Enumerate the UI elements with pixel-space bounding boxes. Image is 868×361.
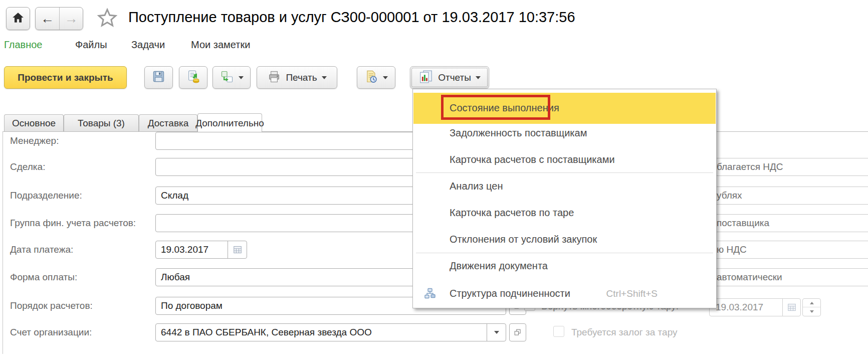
clipped-field-nds[interactable]: благается НДС [703,158,868,176]
return-tare-calendar-button[interactable] [782,299,800,316]
field-label-manager: Менеджер: [10,135,59,146]
field-label-sdelka: Сделка: [10,161,45,172]
home-button[interactable] [6,7,30,30]
org-account-open-button[interactable] [509,323,526,341]
tab-dopolnitelno[interactable]: Дополнительно [197,113,262,132]
reports-dropdown-menu: Состояние выполнения Задолженность поста… [412,89,717,308]
post-document-button[interactable] [179,66,207,89]
chevron-down-icon [322,76,327,79]
tab-dostavka[interactable]: Доставка [139,114,197,131]
favorite-star-button[interactable] [96,7,118,31]
payment-date-input[interactable]: 19.03.2017 [155,241,247,259]
menu-item-tare-card[interactable]: Карточка расчетов по таре [450,207,574,219]
return-tare-date-input[interactable]: 19.03.2017 [709,298,801,316]
field-label-schet: Счет организации: [10,327,92,338]
field-label-data-platezha: Дата платежа: [10,244,73,255]
nav-item-glavnoe[interactable]: Главное [4,39,42,51]
clipped-field-automatically[interactable]: автоматически [703,268,868,286]
create-based-on-button[interactable] [212,66,251,89]
chevron-down-icon [476,76,481,79]
tare-deposit-checkbox[interactable] [553,326,564,337]
nav-item-zadachi[interactable]: Задачи [131,39,165,51]
reports-button[interactable]: Отчеты [410,66,489,89]
org-account-dropdown-button[interactable] [487,324,506,341]
page-title: Поступление товаров и услуг СЗ00-000001 … [128,9,575,26]
tab-osnovnoe[interactable]: Основное [4,114,64,131]
nav-item-faily[interactable]: Файлы [75,39,107,51]
spinner-up-button[interactable] [803,299,820,307]
forward-button[interactable]: → [60,8,83,30]
reports-chart-icon [418,69,433,86]
menu-item-document-movements[interactable]: Движения документа [450,260,548,272]
annotation-red-box [441,95,550,120]
post-and-close-button[interactable]: Провести и закрыть [4,66,127,89]
open-icon [514,328,522,336]
field-label-poryadok: Порядок расчетов: [10,300,93,311]
menu-item-supplier-card[interactable]: Карточка расчетов с поставщиками [450,154,615,165]
post-document-icon [186,70,200,86]
document-clock-icon [364,70,378,86]
calendar-button[interactable] [228,241,247,258]
save-icon [152,70,165,85]
menu-item-purchase-deviation[interactable]: Отклонения от условий закупок [450,234,597,245]
history-nav-group: ← → [35,7,83,30]
menu-item-supplier-debt[interactable]: Задолженность поставщикам [450,127,587,139]
menu-separator [416,172,713,173]
save-button[interactable] [144,66,173,89]
calendar-icon [787,303,796,311]
calendar-icon [233,246,242,254]
back-arrow-icon: ← [41,12,54,26]
tare-deposit-label: Требуется залог за тару [571,327,678,338]
star-icon [96,22,118,31]
clipped-field-supplier[interactable]: поставщика [703,214,868,232]
field-label-gruppa: Группа фин. учета расчетов: [10,218,136,229]
menu-separator [416,253,713,253]
chevron-down-icon [239,76,244,79]
return-tare-date-spinner[interactable] [802,298,821,316]
field-label-podrazdelenie: Подразделение: [10,190,82,201]
tab-tovary[interactable]: Товары (3) [64,114,139,131]
edo-button[interactable] [357,66,395,89]
field-label-forma-oplaty: Форма оплаты: [10,272,77,283]
chevron-down-icon [494,331,499,334]
nav-item-moi-zametki[interactable]: Мои заметки [191,39,250,51]
menu-shortcut: Ctrl+Shift+S [606,288,658,299]
spinner-up-icon [810,302,814,304]
spinner-down-icon [810,310,814,313]
spinner-down-button[interactable] [803,307,820,316]
clipped-field-nds-sum[interactable]: ю НДС [703,241,868,259]
org-account-combo[interactable]: 6442 в ПАО СБЕРБАНК, Северная звезда ООО [155,323,506,341]
print-button[interactable]: Печать [257,66,337,89]
home-icon [12,11,25,26]
clipped-field-currency[interactable]: ублях [703,187,868,205]
chevron-down-icon [383,76,388,79]
menu-item-subordination-structure[interactable]: Структура подчиненности [450,288,570,299]
forward-arrow-icon: → [65,12,78,26]
structure-icon [424,287,436,301]
create-based-on-icon [220,70,234,86]
back-button[interactable]: ← [36,8,60,30]
menu-item-price-analysis[interactable]: Анализ цен [450,180,503,192]
printer-icon [267,70,281,86]
app-window: ← → Поступление товаров и услуг СЗ00-000… [0,0,868,361]
panel-left-border [3,131,3,354]
